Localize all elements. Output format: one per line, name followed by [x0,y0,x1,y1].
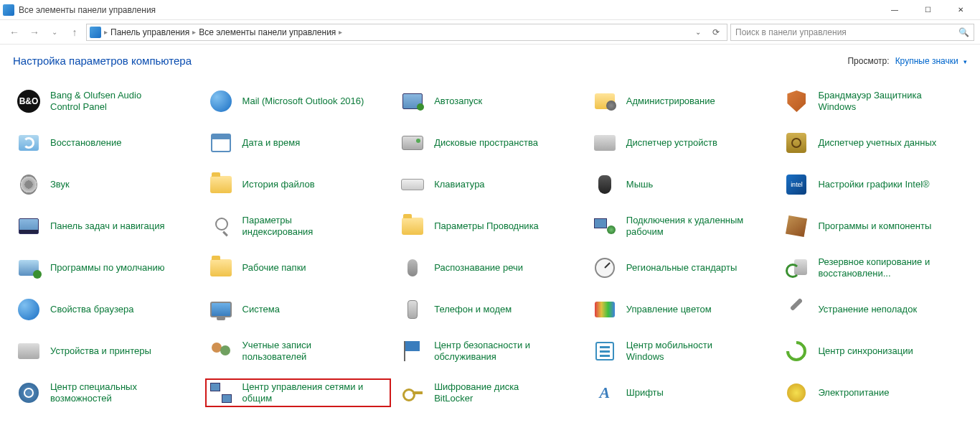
cp-item-phone-modem[interactable]: Телефон и модем [397,295,583,324]
view-by-label: Просмотр: [847,56,889,66]
cp-item-user-accounts[interactable]: Учетные записи пользователей [205,337,392,366]
refresh-button[interactable]: ⟳ [708,27,724,37]
credmgr-icon [783,130,809,156]
cp-item-recovery[interactable]: Восстановление [13,129,199,157]
mouse-icon [592,172,618,197]
cp-item-power[interactable]: Электропитание [781,378,967,407]
cp-item-label: Система [242,304,280,315]
storage-icon [400,130,425,156]
cp-item-label: Региональные стандарты [626,262,737,274]
cp-item-fonts[interactable]: AШрифты [589,378,776,407]
cp-item-label: Mail (Microsoft Outlook 2016) [242,96,364,107]
cp-item-backup[interactable]: Резервное копирование и восстановлени... [781,253,967,282]
cp-item-sound[interactable]: Звук [13,170,199,199]
cp-item-indexing[interactable]: Параметры индексирования [205,212,392,241]
chevron-right-icon[interactable]: ▸ [339,28,342,36]
cp-item-datetime[interactable]: Дата и время [205,129,392,157]
address-bar[interactable]: ▸ Панель управления ▸ Все элементы панел… [86,24,727,41]
address-icon [90,27,101,38]
cp-item-security-center[interactable]: Центр безопасности и обслуживания [397,337,583,366]
cp-item-default-programs[interactable]: Программы по умолчанию [13,253,199,282]
cp-item-work-folders[interactable]: Рабочие папки [205,253,392,282]
back-button[interactable]: ← [6,24,23,41]
admin-icon [592,88,618,114]
breadcrumb-root[interactable]: Панель управления [110,27,189,37]
recent-locations-button[interactable]: ⌄ [46,24,63,41]
cp-item-label: Центр синхронизации [818,345,913,357]
up-button[interactable]: ↑ [66,24,83,41]
search-input[interactable] [735,27,958,37]
sync-center-icon [783,338,809,364]
cp-item-intelgfx[interactable]: intelНастройки графики Intel® [781,170,967,199]
firewall-icon [783,88,809,114]
keyboard-icon [400,172,425,197]
sound-icon [16,172,42,197]
cp-item-mobility[interactable]: Центр мобильности Windows [589,337,776,366]
network-sharing-icon [208,380,234,406]
cp-item-troubleshoot[interactable]: Устранение неполадок [781,295,967,324]
cp-item-mail[interactable]: Mail (Microsoft Outlook 2016) [205,87,392,116]
cp-item-programs[interactable]: Программы и компоненты [781,212,967,241]
cp-item-credmgr[interactable]: Диспетчер учетных данных [781,129,967,157]
user-accounts-icon [208,338,234,364]
cp-item-network-sharing[interactable]: Центр управления сетями и общим [205,378,392,407]
cp-item-keyboard[interactable]: Клавиатура [397,170,583,199]
cp-item-explorer-opts[interactable]: Параметры Проводника [397,212,583,241]
cp-item-label: Устранение неполадок [818,304,917,315]
cp-item-color-mgmt[interactable]: Управление цветом [589,295,776,324]
programs-icon [783,213,809,239]
phone-modem-icon [400,297,425,322]
maximize-button[interactable]: ☐ [911,0,944,20]
cp-item-label: Учетные записи пользователей [242,340,364,363]
cp-item-label: Программы и компоненты [818,220,931,232]
cp-item-mouse[interactable]: Мышь [589,170,776,199]
mobility-icon [592,338,618,364]
cp-item-label: Параметры индексирования [242,215,364,238]
intelgfx-icon: intel [783,172,809,197]
cp-item-admin[interactable]: Администрирование [589,87,776,116]
cp-item-ease-of-access[interactable]: Центр специальных возможностей [13,378,199,407]
system-icon [208,297,234,322]
cp-item-label: Клавиатура [434,179,484,190]
cp-item-system[interactable]: Система [205,295,392,324]
search-icon[interactable]: 🔍 [958,27,969,37]
cp-item-speech[interactable]: Распознавание речи [397,253,583,282]
window-controls: — ☐ ✕ [878,0,977,20]
devmgr-icon [592,130,618,156]
search-box[interactable]: 🔍 [730,24,974,41]
cp-item-label: Восстановление [50,137,121,149]
cp-item-label: Мышь [626,179,653,190]
cp-item-region[interactable]: Региональные стандарты [589,253,776,282]
view-by-dropdown[interactable]: Крупные значки ▾ [895,56,967,66]
cp-item-sync-center[interactable]: Центр синхронизации [781,337,967,366]
address-dropdown-button[interactable]: ⌄ [691,28,705,36]
cp-item-taskbar[interactable]: Панель задач и навигация [13,212,199,241]
chevron-right-icon[interactable]: ▸ [104,28,108,36]
cp-item-bang-olufsen[interactable]: B&OBang & Olufsen Audio Control Panel [13,87,199,116]
chevron-right-icon[interactable]: ▸ [192,28,196,36]
cp-item-label: Администрирование [626,96,715,107]
cp-item-remote[interactable]: Подключения к удаленным рабочим [589,212,776,241]
cp-item-label: Программы по умолчанию [50,262,164,274]
cp-item-label: Телефон и модем [434,304,512,315]
cp-item-label: Диспетчер устройств [626,137,717,149]
close-button[interactable]: ✕ [944,0,977,20]
cp-item-autorun[interactable]: Автозапуск [397,87,583,116]
breadcrumb-current[interactable]: Все элементы панели управления [199,27,336,37]
cp-item-devmgr[interactable]: Диспетчер устройств [589,129,776,157]
taskbar-icon [16,213,42,239]
cp-item-label: Панель задач и навигация [50,220,165,232]
forward-button[interactable]: → [26,24,43,41]
cp-item-devices-printers[interactable]: Устройства и принтеры [13,337,199,366]
cp-item-filehist[interactable]: История файлов [205,170,392,199]
cp-item-browser-props[interactable]: Свойства браузера [13,295,199,324]
cp-item-label: Bang & Olufsen Audio Control Panel [50,90,172,113]
page-header: Настройка параметров компьютера Просмотр… [0,45,980,73]
minimize-button[interactable]: — [878,0,911,20]
cp-item-label: Центр управления сетями и общим [242,381,364,405]
control-panel-items-grid: B&OBang & Olufsen Audio Control PanelMai… [0,73,980,420]
cp-item-storage[interactable]: Дисковые пространства [397,129,583,157]
cp-item-label: Подключения к удаленным рабочим [626,215,748,238]
cp-item-firewall[interactable]: Брандмауэр Защитника Windows [781,87,967,116]
cp-item-bitlocker[interactable]: Шифрование диска BitLocker [397,378,583,407]
